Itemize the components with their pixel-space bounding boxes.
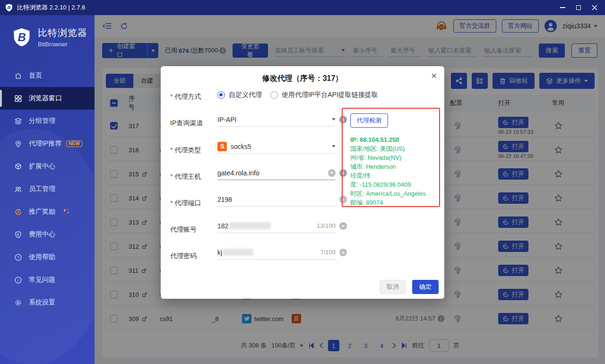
info-icon: i xyxy=(14,276,22,284)
sidebar-item-label: 推广奖励 xyxy=(29,208,55,216)
sidebar-item-label: 员工管理 xyxy=(29,185,55,193)
proxy-port-field[interactable]: 2198 xyxy=(217,192,336,207)
chevron-down-icon xyxy=(332,118,336,121)
sidebar: 比特浏览器 BitBrowser 首页 浏览器窗口 分组管理 代理IP推荐 NE… xyxy=(0,15,95,364)
new-badge: NEW xyxy=(66,140,82,147)
proxy-port-value: 2198 xyxy=(217,196,232,203)
app-logo-icon xyxy=(5,3,13,12)
detect-country: 国家/地区: 美国(US) xyxy=(350,144,436,153)
password-char-counter: 7/100 xyxy=(320,249,336,256)
users-icon xyxy=(14,185,22,193)
ip-channel-value: IP-API xyxy=(217,116,236,123)
location-pin-icon xyxy=(14,140,22,148)
proxy-account-field[interactable]: 182 13/100 xyxy=(217,219,336,233)
proxy-password-value: kj xyxy=(217,249,222,256)
proxy-type-label: 代理类型 xyxy=(170,146,216,155)
sidebar-item-home[interactable]: 首页 xyxy=(0,64,95,87)
window-titlebar: 比特浏览器 2.2.10 | 2.7.6 xyxy=(0,0,605,15)
detect-zip: 邮编: 89074 xyxy=(350,198,436,207)
redacted-text xyxy=(223,249,253,256)
sidebar-item-label: 使用帮助 xyxy=(29,253,55,261)
detect-lnglat-2: 度: -115.0829/36.0409 xyxy=(350,180,436,189)
proxy-account-label: 代理账号 xyxy=(170,225,216,234)
proxy-port-label: 代理端口 xyxy=(170,199,216,208)
home-icon xyxy=(14,72,22,80)
account-char-counter: 13/100 xyxy=(317,222,336,229)
proxy-account-value: 182 xyxy=(217,222,228,230)
proxy-host-label: 代理主机 xyxy=(170,173,216,181)
svg-text:i: i xyxy=(18,277,19,282)
sidebar-item-browser-windows[interactable]: 浏览器窗口 xyxy=(0,87,95,110)
sidebar-item-label: 常见问题 xyxy=(29,276,55,284)
sparkles-icon xyxy=(61,208,71,216)
sidebar-item-label: 首页 xyxy=(29,71,42,80)
close-window-button[interactable] xyxy=(588,0,601,15)
maximize-button[interactable] xyxy=(572,0,585,15)
clear-icon[interactable]: ✕ xyxy=(339,249,347,256)
brand-logo-icon xyxy=(11,27,32,48)
sidebar-item-help[interactable]: ? 使用帮助 xyxy=(0,246,95,269)
sidebar-item-label: 系统设置 xyxy=(29,298,55,307)
cancel-button[interactable]: 取消 xyxy=(380,280,406,294)
sidebar-item-label: 代理IP推荐 xyxy=(29,139,61,148)
shield-icon xyxy=(14,231,22,239)
close-modal-icon[interactable]: × xyxy=(431,71,437,80)
sidebar-menu: 首页 浏览器窗口 分组管理 代理IP推荐 NEW 扩展中心 员工管理 ¥ 推广奖… xyxy=(0,64,95,314)
socks5-icon: S xyxy=(217,142,227,151)
gear-icon xyxy=(14,299,22,307)
proxy-mode-label: 代理方式 xyxy=(170,93,216,101)
proxy-type-select[interactable]: S socks5 xyxy=(217,139,336,154)
brand: 比特浏览器 BitBrowser xyxy=(11,26,87,48)
edit-proxy-modal: 修改代理（序号：317） × 代理方式 自定义代理 使用代理IP平台API提取链… xyxy=(161,66,444,299)
detect-ip: IP: 68.104.51.250 xyxy=(350,135,436,144)
clear-icon[interactable]: ✕ xyxy=(339,222,347,230)
brand-name-en: BitBrowser xyxy=(38,41,87,48)
grid-icon xyxy=(14,95,22,103)
redacted-text xyxy=(229,222,271,229)
question-icon: ? xyxy=(14,253,22,261)
radio-custom-proxy[interactable] xyxy=(217,91,225,99)
confirm-button[interactable]: 确定 xyxy=(412,280,439,294)
modal-title: 修改代理（序号：317） xyxy=(161,74,444,84)
proxy-mode-radios: 自定义代理 使用代理IP平台API提取链接提取 xyxy=(217,91,378,99)
sidebar-item-label: 费用中心 xyxy=(29,230,55,239)
detect-city: 城市: Henderson xyxy=(350,162,436,171)
sidebar-item-extension-center[interactable]: 扩展中心 xyxy=(0,155,95,178)
sidebar-item-employee-management[interactable]: 员工管理 xyxy=(0,178,95,200)
sidebar-item-faq[interactable]: i 常见问题 xyxy=(0,269,95,291)
detect-timezone: 时区: America/Los_Angeles xyxy=(350,189,436,198)
proxy-type-value: socks5 xyxy=(231,143,251,150)
sidebar-item-system-settings[interactable]: 系统设置 xyxy=(0,291,95,314)
clear-icon[interactable]: ✕ xyxy=(328,169,336,177)
minimize-button[interactable] xyxy=(556,0,569,15)
detect-lnglat-1: 经度/纬 xyxy=(350,171,436,180)
proxy-password-label: 代理密码 xyxy=(170,252,216,260)
layers-icon xyxy=(14,117,22,125)
rewards-icon: ¥ xyxy=(14,208,22,216)
sidebar-item-billing-center[interactable]: 费用中心 xyxy=(0,223,95,246)
radio-custom-proxy-label: 自定义代理 xyxy=(229,91,262,99)
svg-text:¥: ¥ xyxy=(17,210,19,214)
chevron-down-icon xyxy=(332,145,336,147)
proxy-host-value: gate4.rola.info xyxy=(217,169,259,177)
proxy-password-field[interactable]: kj 7/100 xyxy=(217,245,336,260)
sidebar-item-label: 浏览器窗口 xyxy=(29,94,62,103)
radio-api-proxy-label: 使用代理IP平台API提取链接提取 xyxy=(282,91,378,99)
ip-channel-label: IP查询渠道 xyxy=(170,119,216,128)
ip-channel-select[interactable]: IP-API xyxy=(217,113,336,127)
sidebar-item-promotion-rewards[interactable]: ¥ 推广奖励 xyxy=(0,200,95,223)
proxy-detection-panel: 代理检测 IP: 68.104.51.250 国家/地区: 美国(US) 州/省… xyxy=(342,108,440,207)
sidebar-item-group-management[interactable]: 分组管理 xyxy=(0,110,95,132)
cube-icon xyxy=(14,163,22,171)
svg-text:?: ? xyxy=(17,255,19,260)
window-title: 比特浏览器 2.2.10 | 2.7.6 xyxy=(17,3,85,12)
detect-state: 州/省: Nevada(NV) xyxy=(350,153,436,162)
radio-api-proxy[interactable] xyxy=(270,91,278,99)
detection-result: IP: 68.104.51.250 国家/地区: 美国(US) 州/省: Nev… xyxy=(350,135,436,207)
sidebar-item-label: 分组管理 xyxy=(29,117,55,125)
sidebar-item-proxy-ip[interactable]: 代理IP推荐 NEW xyxy=(0,132,95,155)
proxy-detect-button[interactable]: 代理检测 xyxy=(350,113,388,128)
sidebar-item-label: 扩展中心 xyxy=(29,162,55,171)
brand-name-cn: 比特浏览器 xyxy=(38,26,87,39)
proxy-host-field[interactable]: gate4.rola.info ✕ xyxy=(217,166,336,180)
